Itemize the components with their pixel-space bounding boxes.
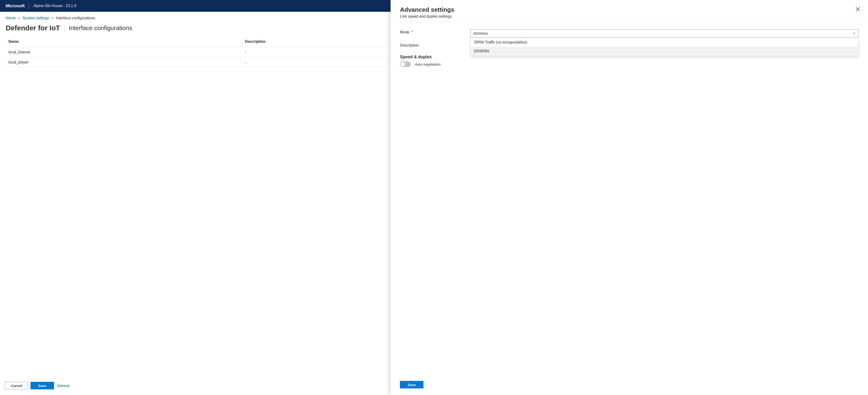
panel-subtitle: Link speed and duplex settings [400, 15, 859, 19]
breadcrumb-current: Interface configurations [56, 16, 95, 20]
title-separator [64, 24, 65, 32]
panel-save-button[interactable]: Save [400, 381, 424, 388]
brand-name: Microsoft [6, 3, 25, 8]
required-asterisk: * [411, 30, 413, 34]
save-button[interactable]: Save [31, 382, 54, 389]
mode-option-span[interactable]: SPAN Traffic (no encapsulation) [471, 38, 858, 47]
breadcrumb-home[interactable]: Home [6, 16, 16, 20]
cancel-button[interactable]: Cancel [5, 382, 28, 389]
col-name[interactable]: Name [5, 36, 241, 47]
toggle-knob [401, 62, 405, 66]
mode-label: Mode [400, 30, 409, 34]
mode-dropdown: SPAN Traffic (no encapsulation) ERSPAN [470, 38, 859, 56]
cell-name: local_listener [5, 47, 241, 57]
auto-negotiation-label: Auto negotiation [415, 62, 440, 66]
description-label: Description [400, 43, 419, 47]
auto-negotiation-toggle[interactable] [400, 61, 411, 67]
refresh-link[interactable]: Refresh [57, 384, 70, 388]
chevron-right-icon: > [52, 16, 54, 20]
product-title: Defender for IoT [6, 24, 60, 32]
cell-name: local_player [5, 57, 241, 67]
mode-select[interactable]: ERSPAN [470, 29, 859, 38]
breadcrumb-system-settings[interactable]: System settings [23, 16, 49, 20]
mode-select-value: ERSPAN [473, 31, 488, 35]
close-button[interactable] [856, 7, 860, 12]
panel-title: Advanced settings [400, 6, 859, 13]
mode-option-erspan[interactable]: ERSPAN [471, 47, 858, 56]
advanced-settings-panel: Advanced settings Link speed and duplex … [391, 0, 868, 395]
chevron-right-icon: > [18, 16, 20, 20]
chevron-down-icon [853, 32, 856, 35]
tenant-name: Alpine-Ski-House - 23.1.0 [33, 4, 76, 8]
page-subtitle: Interface configurations [69, 24, 132, 32]
close-icon [856, 7, 860, 11]
